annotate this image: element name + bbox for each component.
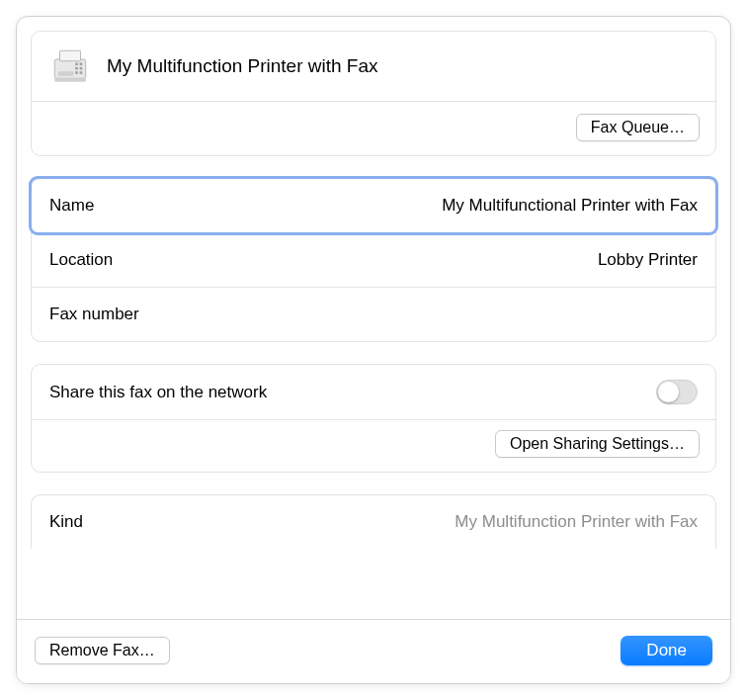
header-row: My Multifunction Printer with Fax	[32, 32, 715, 101]
fax-number-label: Fax number	[49, 305, 139, 324]
name-row[interactable]: Name My Multifunctional Printer with Fax	[32, 179, 715, 232]
toggle-knob	[658, 382, 679, 402]
done-button[interactable]: Done	[621, 636, 712, 665]
fax-settings-dialog: My Multifunction Printer with Fax Fax Qu…	[16, 16, 731, 684]
svg-rect-8	[80, 71, 83, 74]
fax-machine-icon	[49, 45, 91, 87]
kind-label: Kind	[49, 512, 83, 532]
dialog-content: My Multifunction Printer with Fax Fax Qu…	[17, 17, 730, 619]
svg-rect-2	[58, 71, 74, 75]
location-value: Lobby Printer	[598, 250, 698, 270]
fax-number-row[interactable]: Fax number	[32, 288, 715, 341]
open-sharing-settings-button[interactable]: Open Sharing Settings…	[495, 430, 700, 458]
kind-section: Kind My Multifunction Printer with Fax	[31, 494, 716, 549]
svg-rect-9	[54, 78, 86, 82]
svg-rect-7	[75, 71, 78, 74]
fax-queue-row: Fax Queue…	[32, 102, 715, 155]
svg-rect-1	[60, 50, 81, 61]
dialog-footer: Remove Fax… Done	[17, 619, 730, 683]
fax-queue-button[interactable]: Fax Queue…	[576, 114, 700, 141]
share-label: Share this fax on the network	[49, 383, 267, 402]
svg-rect-5	[75, 67, 78, 70]
name-label: Name	[49, 196, 94, 216]
name-value: My Multifunctional Printer with Fax	[442, 196, 698, 216]
svg-rect-3	[75, 63, 78, 66]
location-label: Location	[49, 250, 113, 270]
share-row: Share this fax on the network	[32, 365, 715, 419]
info-section: Name My Multifunctional Printer with Fax…	[31, 178, 716, 342]
header-section: My Multifunction Printer with Fax Fax Qu…	[31, 31, 716, 156]
header-title: My Multifunction Printer with Fax	[107, 55, 378, 77]
sharing-section: Share this fax on the network Open Shari…	[31, 364, 716, 473]
location-row[interactable]: Location Lobby Printer	[32, 233, 715, 287]
svg-rect-4	[80, 63, 83, 66]
share-toggle[interactable]	[656, 380, 698, 404]
svg-rect-6	[80, 67, 83, 70]
kind-value: My Multifunction Printer with Fax	[455, 512, 698, 532]
kind-row: Kind My Multifunction Printer with Fax	[32, 495, 715, 549]
remove-fax-button[interactable]: Remove Fax…	[35, 637, 170, 664]
open-sharing-row: Open Sharing Settings…	[32, 420, 715, 472]
